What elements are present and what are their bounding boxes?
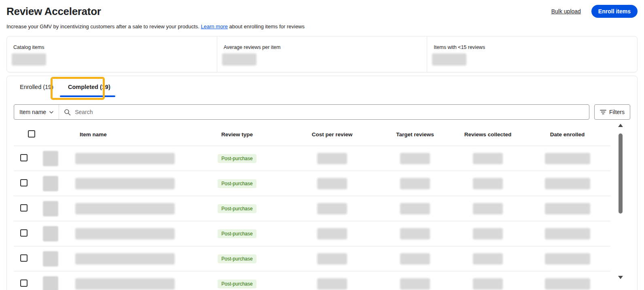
column-header-reviews-collected: Reviews collected <box>451 131 524 138</box>
page-subtitle: Increase your GMV by incentivizing custo… <box>6 23 638 30</box>
review-accelerator-page: Review Accelerator Bulk upload Enroll it… <box>0 0 644 290</box>
reviews-collected-placeholder <box>473 278 503 290</box>
search-combo: Item name <box>14 104 589 120</box>
review-type-badge: Post-purchase <box>218 179 256 188</box>
scroll-down-arrow[interactable] <box>618 276 623 279</box>
scroll-up-arrow[interactable] <box>618 124 623 127</box>
target-reviews-placeholder <box>400 278 430 290</box>
cost-per-review-placeholder <box>317 228 347 239</box>
tab-enrolled-label: Enrolled (19) <box>20 84 53 90</box>
scrollbar-thumb[interactable] <box>619 133 623 214</box>
table-row: Post-purchase <box>14 146 610 171</box>
stat-label: Catalog items <box>13 44 210 50</box>
tab-enrolled[interactable]: Enrolled (19) <box>20 76 53 98</box>
column-header-target-reviews: Target reviews <box>379 131 451 138</box>
filters-button-label: Filters <box>609 109 625 115</box>
chevron-down-icon <box>49 111 53 114</box>
filter-icon <box>600 109 606 115</box>
stat-value-placeholder <box>222 53 256 66</box>
cost-per-review-placeholder <box>317 203 347 214</box>
search-icon <box>64 109 71 116</box>
search-field-selector[interactable]: Item name <box>14 105 59 119</box>
enrollment-table-card: Enrolled (19) Completed (19) Item name <box>6 76 638 290</box>
column-header-review-type: Review type <box>189 131 286 138</box>
row-checkbox[interactable] <box>20 279 28 287</box>
date-enrolled-placeholder <box>545 253 590 265</box>
bulk-upload-link[interactable]: Bulk upload <box>551 8 581 15</box>
date-enrolled-placeholder <box>545 153 590 164</box>
item-thumbnail <box>43 201 58 216</box>
vertical-scrollbar <box>618 124 623 279</box>
item-thumbnail <box>43 226 58 241</box>
item-thumbnail <box>43 176 58 191</box>
target-reviews-placeholder <box>400 178 430 189</box>
tab-completed[interactable]: Completed (19) <box>68 76 110 98</box>
reviews-collected-placeholder <box>473 253 503 265</box>
item-thumbnail <box>43 151 58 166</box>
stat-label: Items with <15 reviews <box>434 44 631 50</box>
table-row: Post-purchase <box>14 196 610 221</box>
subtitle-text-suffix: about enrolling items for reviews <box>228 23 305 30</box>
row-checkbox[interactable] <box>20 179 28 186</box>
review-type-badge: Post-purchase <box>218 229 256 238</box>
item-name-placeholder <box>75 253 175 265</box>
date-enrolled-placeholder <box>545 203 590 214</box>
item-name-placeholder <box>75 178 175 189</box>
item-name-placeholder <box>75 228 175 239</box>
reviews-collected-placeholder <box>473 153 503 164</box>
table-row: Post-purchase <box>14 246 610 271</box>
item-thumbnail <box>43 276 58 290</box>
table-row: Post-purchase <box>14 271 610 290</box>
target-reviews-placeholder <box>400 153 430 164</box>
enrollments-table: Item name Review type Cost per review Ta… <box>14 123 610 290</box>
row-checkbox[interactable] <box>20 229 28 237</box>
select-all-checkbox[interactable] <box>28 130 35 138</box>
search-input[interactable] <box>74 108 584 116</box>
search-field-selector-label: Item name <box>19 109 46 115</box>
filters-button[interactable]: Filters <box>594 104 630 120</box>
table-body: Post-purchase Post-purchase Post-purchas… <box>14 146 610 290</box>
date-enrolled-placeholder <box>545 228 590 239</box>
stat-value-placeholder <box>432 53 466 66</box>
row-checkbox[interactable] <box>20 254 28 262</box>
header-actions: Bulk upload Enroll items <box>551 5 638 18</box>
page-header: Review Accelerator Bulk upload Enroll it… <box>6 0 638 18</box>
review-type-badge: Post-purchase <box>218 154 256 163</box>
enroll-items-button[interactable]: Enroll items <box>591 5 638 18</box>
stat-label: Average reviews per item <box>224 44 421 50</box>
stat-items-under-15-reviews: Items with <15 reviews <box>427 36 637 72</box>
column-header-date-enrolled: Date enrolled <box>524 131 610 138</box>
item-name-placeholder <box>75 203 175 214</box>
table-toolbar: Item name Filters <box>14 104 630 120</box>
item-thumbnail <box>43 251 58 267</box>
date-enrolled-placeholder <box>545 178 590 189</box>
cost-per-review-placeholder <box>317 253 347 265</box>
review-type-badge: Post-purchase <box>218 204 256 213</box>
stats-card: Catalog items Average reviews per item I… <box>6 36 638 72</box>
review-type-badge: Post-purchase <box>218 279 256 288</box>
row-checkbox[interactable] <box>20 154 28 161</box>
target-reviews-placeholder <box>400 228 430 239</box>
cost-per-review-placeholder <box>317 178 347 189</box>
target-reviews-placeholder <box>400 253 430 265</box>
table-row: Post-purchase <box>14 171 610 196</box>
date-enrolled-placeholder <box>545 278 590 290</box>
reviews-collected-placeholder <box>473 178 503 189</box>
reviews-collected-placeholder <box>473 203 503 214</box>
active-tab-underline <box>60 95 115 97</box>
learn-more-link[interactable]: Learn more <box>201 23 227 30</box>
column-header-item-name: Item name <box>43 131 189 138</box>
stat-value-placeholder <box>12 53 46 66</box>
subtitle-text: Increase your GMV by incentivizing custo… <box>6 23 201 30</box>
stat-average-reviews: Average reviews per item <box>217 36 427 72</box>
target-reviews-placeholder <box>400 203 430 214</box>
item-name-placeholder <box>75 278 175 290</box>
table-row: Post-purchase <box>14 221 610 246</box>
search-segment <box>59 108 589 116</box>
row-checkbox[interactable] <box>20 204 28 212</box>
item-name-placeholder <box>75 153 175 164</box>
column-header-cost-per-review: Cost per review <box>286 131 379 138</box>
stat-catalog-items: Catalog items <box>7 36 217 72</box>
table-header-row: Item name Review type Cost per review Ta… <box>14 123 610 146</box>
tab-completed-label: Completed (19) <box>68 84 110 90</box>
